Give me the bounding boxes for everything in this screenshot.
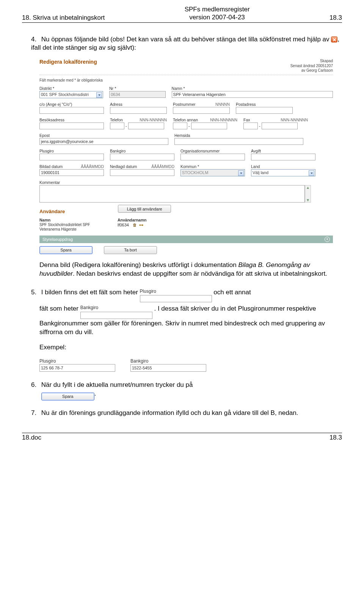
label-postadr: Postadress: [236, 102, 293, 107]
label-distrikt: Distrikt *: [39, 86, 103, 91]
label-bankgiro: Bankgiro: [110, 149, 174, 153]
item4-after-a: Denna bild (Redigera lokalförening) besk…: [39, 261, 238, 269]
list-number-4: 4.: [31, 35, 39, 44]
doc-header: 18. Skriva ut inbetalningskort SPFs medl…: [22, 5, 342, 22]
label-namn: Namn *: [172, 86, 333, 91]
hint-fax: NNN-NNNNNN: [281, 118, 308, 122]
ex-plusgiro-input[interactable]: [39, 364, 115, 372]
input-adress[interactable]: [110, 107, 167, 114]
expand-icon[interactable]: ▾: [325, 237, 330, 242]
doc-footer: 18.doc 18.3: [22, 433, 342, 441]
input-postadr[interactable]: [236, 107, 293, 114]
created-line3: av Georg Carlsson: [290, 68, 333, 73]
input-avgift[interactable]: [251, 154, 315, 160]
input-hemsida[interactable]: [174, 138, 303, 145]
label-avgift: Avgift: [251, 149, 315, 153]
hint-nedlagd: ÅÅÅÅMMDD: [151, 164, 174, 169]
inline-bankgiro-input[interactable]: [80, 312, 152, 319]
header-right: 18.3: [329, 14, 342, 22]
input-tel-area[interactable]: [110, 123, 124, 129]
styrelse-bar[interactable]: Styrelseuppdrag ▾: [39, 236, 333, 243]
input-tel-num[interactable]: [128, 123, 164, 129]
label-hemsida: Hemsida: [174, 133, 303, 138]
save-button-inline[interactable]: Spara: [41, 393, 94, 401]
item5-c: fält som heter: [39, 305, 80, 312]
item4-text-a: Nu öppnas följande bild (obs! Det kan va…: [41, 36, 331, 43]
header-center-1: SPFs medlemsregister: [185, 5, 250, 13]
input-telannan-area[interactable]: [173, 123, 187, 129]
scroll-down-icon[interactable]: ▼: [305, 198, 311, 202]
inline-plusgiro-label: Plusgiro: [140, 288, 212, 294]
list-number-6: 6.: [31, 381, 39, 390]
input-telannan-num[interactable]: [191, 123, 227, 129]
item6-text: När du fyllt i de aktuella numret/numren…: [41, 381, 193, 388]
delete-button[interactable]: Ta bort: [104, 246, 157, 254]
ex-bankgiro-input[interactable]: [130, 364, 206, 372]
save-button[interactable]: Spara: [39, 246, 93, 254]
input-postnr[interactable]: [173, 107, 230, 114]
input-orgnr[interactable]: [180, 154, 245, 160]
label-anv-namn: Namn: [39, 218, 111, 222]
list-number-7: 7.: [31, 409, 39, 418]
dash: -: [259, 124, 260, 129]
input-namn[interactable]: [172, 91, 333, 98]
form-title: Redigera lokalförening: [39, 59, 97, 65]
input-fax-num[interactable]: [262, 123, 298, 129]
hint-tel: NNN-NNNNNN: [140, 118, 167, 122]
select-land[interactable]: Välj land: [251, 169, 315, 176]
item5-exempel: Exempel:: [31, 343, 342, 352]
item4-after-b: . Nedan beskrivs endast de uppgifter som…: [73, 270, 327, 277]
select-kommun-value: STOCKHOLM: [182, 170, 208, 175]
label-kommentar: Kommentar: [39, 180, 312, 185]
item6-dot: .: [94, 390, 96, 397]
input-bildad[interactable]: [39, 169, 104, 176]
label-anv-user: Användarnamn: [118, 218, 231, 222]
item5-b: och ett annat: [213, 289, 251, 296]
anv-user-value: lf0634: [118, 223, 129, 227]
label-kommun: Kommun *: [180, 164, 245, 169]
dotted-rule: [39, 75, 333, 75]
label-postnr: Postnummer: [173, 102, 196, 107]
hint-postnr: NNNNN: [215, 102, 230, 107]
input-epost[interactable]: [39, 138, 168, 145]
textarea-kommentar[interactable]: [39, 185, 305, 203]
inline-bankgiro-label: Bankgiro: [80, 305, 152, 311]
created-line2: Senast ändrad 20051207: [290, 64, 333, 69]
select-distrikt-value: 001 SPF Stockholmsdistri: [41, 92, 89, 97]
label-fax: Fax: [243, 118, 250, 122]
item7-text: Nu är din förenings grundläggande inform…: [41, 409, 298, 416]
label-epost: Epost: [39, 133, 168, 138]
anv-namn-value: SPF Stockholmsdistriktet SPF Veteranerna…: [39, 223, 111, 232]
label-plusgiro: Plusgiro: [39, 149, 104, 153]
trash-icon[interactable]: 🗑: [133, 223, 137, 228]
inline-plusgiro-input[interactable]: [140, 295, 212, 302]
input-bankgiro[interactable]: [110, 154, 174, 160]
close-icon[interactable]: [331, 36, 337, 42]
input-co[interactable]: [39, 107, 104, 114]
header-center-2: version 2007-04-23: [185, 13, 250, 21]
label-nedlagd: Nedlagd datum: [110, 164, 137, 169]
label-adress: Adress: [110, 102, 167, 107]
input-plusgiro[interactable]: [39, 154, 104, 160]
label-tel: Telefon: [110, 118, 123, 122]
input-fax-area[interactable]: [243, 123, 258, 129]
inline-plusgiro: Plusgiro: [140, 288, 212, 303]
select-distrikt[interactable]: 001 SPF Stockholmsdistri: [39, 91, 103, 98]
item5-a: I bilden finns det ett fält som heter: [41, 289, 140, 296]
input-nedlagd[interactable]: [110, 169, 174, 176]
add-user-button[interactable]: Lägg till användare: [118, 205, 171, 213]
key-icon[interactable]: ⊶: [139, 223, 143, 228]
dash: -: [188, 124, 190, 129]
scroll-up-icon[interactable]: ▲: [305, 185, 311, 190]
label-land: Land: [251, 164, 315, 169]
footer-right: 18.3: [329, 434, 342, 441]
label-besok: Besöksadress: [39, 118, 104, 122]
footer-left: 18.doc: [22, 434, 41, 441]
header-left: 18. Skriva ut inbetalningskort: [22, 14, 105, 22]
label-nr: Nr *: [109, 86, 165, 91]
label-telannan: Telefon annan: [173, 118, 198, 122]
form-screenshot: Redigera lokalförening Skapad Senast änd…: [22, 59, 333, 254]
input-besok[interactable]: [39, 123, 104, 129]
created-line1: Skapad: [290, 59, 333, 64]
select-kommun[interactable]: STOCKHOLM: [180, 169, 245, 176]
